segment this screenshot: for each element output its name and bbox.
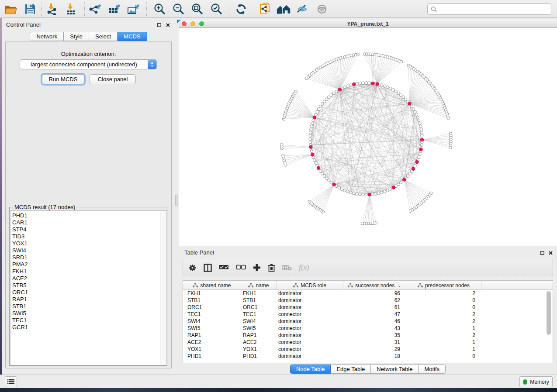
- optimization-criterion-dropdown[interactable]: largest connected component (undirected)…: [20, 59, 157, 69]
- table-row[interactable]: ORC1ORC1dominator610: [183, 304, 553, 311]
- close-panel-button[interactable]: Close panel: [90, 74, 136, 84]
- column-header-shared-name[interactable]: shared name: [183, 281, 241, 290]
- hide-selected-icon[interactable]: [295, 2, 310, 17]
- table-cell: 46: [343, 318, 406, 325]
- mcds-result-item[interactable]: ACE2: [10, 275, 166, 282]
- mcds-result-item[interactable]: ORC1: [10, 289, 166, 296]
- table-cell: YOX1: [241, 346, 277, 353]
- table-row[interactable]: YOX1YOX1connector291: [183, 346, 553, 353]
- table-row[interactable]: RAP1RAP1dominator352: [183, 332, 553, 339]
- run-mcds-button[interactable]: Run MCDS: [42, 74, 84, 84]
- table-row[interactable]: SWI5SWI5connector431: [183, 325, 553, 332]
- bottom-tab-motifs[interactable]: Motifs: [419, 364, 446, 374]
- mcds-result-item[interactable]: FKH1: [10, 268, 166, 275]
- mcds-result-item[interactable]: STB5: [10, 282, 166, 289]
- table-row[interactable]: TEC1TEC1connector472: [183, 311, 553, 318]
- vertical-splitter[interactable]: [175, 18, 179, 375]
- column-header-predecessor-nodes[interactable]: predecessor nodes: [406, 281, 481, 290]
- network-canvas[interactable]: [179, 28, 557, 246]
- mcds-result-item[interactable]: GCR1: [10, 324, 166, 331]
- save-session-icon[interactable]: [23, 2, 38, 17]
- control-panel-title: Control Panel: [6, 21, 41, 28]
- show-columns-icon[interactable]: [204, 264, 212, 272]
- column-header-successor-nodes[interactable]: successor nodes⌄: [343, 281, 406, 290]
- toolbar-separator: [146, 2, 147, 16]
- node-table: shared namenameMCDS rolesuccessor nodes⌄…: [183, 280, 553, 363]
- tab-mcds[interactable]: MCDS: [118, 32, 147, 41]
- table-row[interactable]: STB1STB1dominator620: [183, 297, 553, 304]
- table-cell: 31: [343, 339, 406, 346]
- bottom-tab-edge-table[interactable]: Edge Table: [331, 364, 371, 374]
- table-cell: connector: [277, 325, 343, 332]
- mcds-result-item[interactable]: PMA2: [10, 261, 166, 268]
- table-cell: SWI4: [183, 318, 241, 325]
- mcds-result-item[interactable]: TID3: [10, 233, 166, 240]
- deselect-all-icon[interactable]: [236, 265, 246, 271]
- zoom-in-icon[interactable]: [152, 2, 167, 17]
- export-table-icon[interactable]: [107, 2, 121, 17]
- close-panel-icon[interactable]: [165, 22, 171, 28]
- table-row[interactable]: PHD1PHD1dominator180: [183, 353, 553, 360]
- show-all-icon[interactable]: [315, 2, 329, 17]
- zoom-selected-icon[interactable]: [209, 2, 224, 17]
- search-input[interactable]: [427, 3, 551, 15]
- bottom-tab-node-table[interactable]: Node Table: [290, 364, 331, 374]
- table-toolbar: f(x): [183, 259, 553, 276]
- mcds-result-item[interactable]: STB1: [10, 303, 166, 310]
- mcds-result-item[interactable]: STP4: [10, 226, 166, 233]
- tab-style[interactable]: Style: [64, 32, 89, 41]
- mcds-result-list[interactable]: PHD1CAR1STP4TID3YOX1SWI4SRD1PMA2FKH1ACE2…: [10, 210, 167, 365]
- open-session-icon[interactable]: [3, 2, 18, 17]
- mcds-result-item[interactable]: SRD1: [10, 254, 166, 261]
- table-scrollbar[interactable]: [546, 291, 552, 362]
- table-row[interactable]: ACE2ACE2connector311: [183, 339, 553, 346]
- new-network-from-selection-icon[interactable]: [258, 2, 273, 17]
- control-panel-tabs: NetworkStyleSelectMCDS: [2, 32, 175, 41]
- memory-button[interactable]: Memory: [519, 376, 553, 387]
- add-column-icon[interactable]: [253, 264, 261, 272]
- mcds-result-item[interactable]: CAR1: [10, 219, 166, 226]
- mcds-result-item[interactable]: TEC1: [10, 317, 166, 324]
- status-bar: Memory: [0, 375, 557, 388]
- column-header-name[interactable]: name: [241, 281, 277, 290]
- export-network-icon[interactable]: [87, 2, 102, 17]
- mcds-result-item[interactable]: YOX1: [10, 240, 166, 247]
- refresh-layout-icon[interactable]: [234, 2, 249, 17]
- bottom-tab-network-table[interactable]: Network Table: [371, 364, 419, 374]
- table-float-icon[interactable]: [539, 250, 545, 256]
- attribute-type-icon: [193, 283, 198, 288]
- table-cell: 43: [343, 325, 406, 332]
- mcds-result-scrollbar[interactable]: [160, 211, 166, 365]
- table-cell: 2: [406, 311, 481, 318]
- mcds-result-item[interactable]: SWI5: [10, 310, 166, 317]
- first-neighbors-icon[interactable]: [276, 2, 291, 17]
- delete-column-icon[interactable]: [268, 264, 275, 272]
- mcds-result-item[interactable]: SWI4: [10, 247, 166, 254]
- network-window-titlebar[interactable]: YPA_prune.txt_1: [179, 20, 557, 28]
- select-all-icon[interactable]: [219, 265, 229, 271]
- table-close-icon[interactable]: [547, 250, 554, 256]
- tab-select[interactable]: Select: [89, 32, 118, 41]
- table-row[interactable]: FKH1FKH1dominator962: [183, 290, 553, 297]
- mcds-result-item[interactable]: PHD1: [10, 212, 166, 219]
- table-cell: STB1: [183, 297, 241, 304]
- table-cell: 0: [406, 304, 481, 311]
- network-view-window: YPA_prune.txt_1: [179, 20, 557, 246]
- toolbar-separator: [84, 2, 85, 16]
- table-cell: YOX1: [183, 346, 241, 353]
- table-cell: FKH1: [241, 290, 277, 297]
- table-row[interactable]: SWI4SWI4dominator462: [183, 318, 553, 325]
- zoom-fit-icon[interactable]: [190, 2, 204, 17]
- float-panel-icon[interactable]: [156, 22, 162, 28]
- table-cell: 1: [406, 325, 481, 332]
- import-table-icon[interactable]: [65, 2, 80, 17]
- zoom-out-icon[interactable]: [171, 2, 186, 17]
- mcds-result-title: MCDS result (17 nodes): [13, 204, 77, 210]
- mcds-result-item[interactable]: RAP1: [10, 296, 166, 303]
- column-header-MCDS-role[interactable]: MCDS role: [277, 281, 343, 290]
- tab-network[interactable]: Network: [30, 32, 64, 41]
- settings-gear-icon[interactable]: [188, 264, 197, 272]
- export-image-icon[interactable]: [126, 2, 141, 17]
- import-network-icon[interactable]: [45, 2, 60, 17]
- task-history-button[interactable]: [5, 376, 17, 387]
